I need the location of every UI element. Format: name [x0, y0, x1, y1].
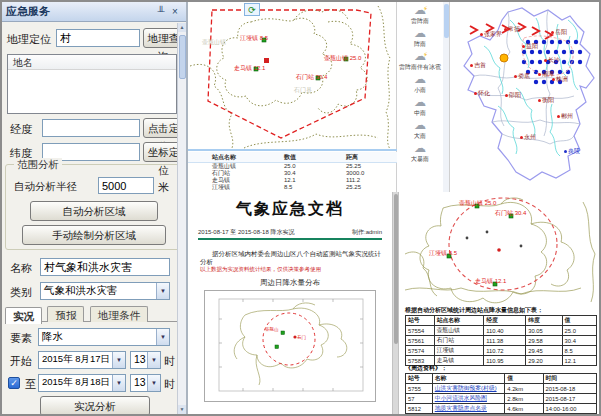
document-scrollbar[interactable]	[392, 192, 399, 416]
table-separator	[188, 149, 397, 151]
city-label: 怀化	[474, 90, 490, 96]
city-label: 永州	[520, 134, 536, 140]
table-row: 5812地质灾害隐患点名录4.6km14:00-16:00	[406, 404, 597, 414]
hour-unit-label: 时	[164, 354, 175, 369]
scrollbar-thumb[interactable]	[179, 35, 186, 79]
emergency-document-page2[interactable]: 壶瓶山镇 25.0石门站 30.4江垭镇 8.5走马镇 12.1 根据自动分析区…	[399, 192, 601, 416]
category-select[interactable]: 气象和洪水灾害 ▼	[40, 282, 170, 300]
station-label: 壶瓶山镇 25.0	[459, 200, 496, 207]
column-header: 站号	[406, 374, 433, 384]
document-date: 2015-08-17 至 2015-08-18 降水实况	[198, 228, 294, 238]
scroll-down-icon[interactable]: ▼	[178, 405, 186, 414]
emergency-document-page[interactable]: 气象应急文档 2015-08-17 至 2015-08-18 降水实况 制作:a…	[188, 192, 392, 416]
resources-table: 站号名称值时间5755山洪灾害防御预案(村级)4.2km2015-08-1857…	[405, 373, 597, 416]
column-header[interactable]: 数值	[284, 152, 346, 162]
table-cell: 30.05	[526, 326, 562, 336]
auto-analyze-area-button[interactable]: 自动分析区域	[30, 201, 158, 221]
station-label: 走马镇 12.1	[475, 278, 506, 285]
geo-input[interactable]	[56, 29, 140, 47]
table-cell[interactable]: 地质灾害隐患点名录	[432, 404, 505, 414]
city-label: 娄底	[514, 73, 530, 79]
column-header: 值	[562, 316, 596, 326]
legend-scrollbar[interactable]	[443, 2, 449, 192]
column-header[interactable]: 站点名称	[188, 152, 284, 162]
map-refresh-icon[interactable]: ⟳	[244, 3, 260, 16]
weather-legend-item: ☁∶∶∶∶大暴雨	[397, 141, 443, 163]
panel-titlebar[interactable]: 应急服务 ╨ ×	[2, 2, 186, 22]
geo-locate-label: 地理定位	[7, 32, 51, 47]
radius-unit: 米	[158, 180, 169, 195]
table-row[interactable]: 壶瓶山镇25.025.25	[188, 163, 397, 170]
end-date-picker[interactable]: 2015年 8月18日 ▼	[38, 374, 126, 392]
scrollbar-thumb[interactable]	[394, 194, 398, 344]
document-dateline: 2015-08-17 至 2015-08-18 降水实况 制作:admin	[198, 228, 382, 240]
start-label: 开始	[10, 354, 32, 369]
end-time-checkbox[interactable]: ✓	[8, 377, 20, 389]
city-label: 长沙	[544, 57, 560, 63]
table-cell[interactable]: 中小河流洪水风险图	[432, 394, 505, 404]
table-row[interactable]: 江垭镇8.525.25	[188, 184, 397, 191]
document-author: 制作:admin	[352, 228, 382, 238]
weather-legend-label: 雷阵雨伴有冰雹	[397, 64, 443, 71]
panel-title: 应急服务	[6, 4, 154, 19]
table-cell[interactable]: 山洪灾害防御预案(村级)	[432, 384, 505, 394]
table-row: 57中小河流洪水风险图2.8km2015-08-17	[406, 394, 597, 404]
resource-link[interactable]: 山洪灾害防御预案(村级)	[435, 385, 497, 391]
app-window: 应急服务 ╨ × 地理定位 地理查询 地名 经度 点击定位 纬度 坐标定位 范围…	[0, 0, 601, 416]
panel-scrollbar[interactable]: ▲ ▼	[177, 23, 186, 414]
place-list[interactable]: 地名	[7, 54, 177, 114]
run-analysis-button[interactable]: 实况分析	[40, 396, 150, 416]
weather-legend-item: ☁∶∶中雨	[397, 95, 443, 117]
table-row: 57574江垭镇110.7229.458.5	[406, 346, 597, 356]
analysis-circle-map: 壶瓶山镇 25.0石门站 30.4江垭镇 8.5走马镇 12.1	[403, 194, 599, 304]
tab-geo-condition[interactable]: 地理条件	[90, 306, 148, 322]
radius-input[interactable]	[98, 177, 154, 194]
manual-draw-area-button[interactable]: 手动绘制分析区域	[22, 225, 166, 245]
rainstorm-icon: ☁∶∶∶∶	[397, 141, 443, 156]
column-header[interactable]: 距离	[346, 152, 394, 162]
table-cell: 壶瓶山镇	[434, 326, 484, 336]
longitude-input[interactable]	[42, 119, 140, 137]
table-cell: 110.72	[484, 346, 526, 356]
close-icon[interactable]: ×	[168, 6, 182, 17]
svg-text:石门: 石门	[297, 334, 306, 340]
start-hour-picker[interactable]: 13 ▼	[130, 351, 161, 369]
station-label: 江垭镇 8.5	[240, 35, 268, 42]
scroll-up-icon[interactable]: ▲	[178, 23, 186, 32]
station-table[interactable]: 站点名称数值距离壶瓶山镇25.025.25石门站30.43000.0走马镇12.…	[188, 152, 397, 191]
hour-unit-label: 时	[164, 377, 175, 392]
element-select[interactable]: 降水 ▼	[38, 328, 170, 346]
weather-legend[interactable]: ☁⚡雷阵雨☁∶阵雨☁⚡雷阵雨伴有冰雹☁∶小雨☁∶∶中雨☁∶∶∶大雨☁∶∶∶∶大暴…	[397, 2, 450, 192]
resource-link[interactable]: 地质灾害隐患点名录	[435, 405, 487, 411]
tab-live[interactable]: 实况	[5, 307, 42, 324]
thunder-hail-icon: ☁⚡	[397, 49, 443, 64]
province-map[interactable]: 张家界常德岳阳吉首益阳长沙娄底湘潭株洲怀化邵阳衡阳郴州永州炎陵	[450, 2, 601, 192]
document-note: 以上数据为实况资料统计结果，仅供决策参考使用	[200, 266, 382, 273]
table-cell: 30.4	[562, 336, 596, 346]
tab-forecast[interactable]: 预报	[47, 306, 84, 322]
table-cell: 57574	[406, 346, 435, 356]
table-cell: 57554	[406, 326, 435, 336]
faint-label: 石门县	[294, 86, 312, 95]
table-row[interactable]: 石门站30.43000.0	[188, 170, 397, 177]
name-label: 名称	[10, 261, 32, 276]
table-row[interactable]: 走马镇12.1111.2	[188, 177, 397, 184]
table-cell: 江垭镇	[188, 184, 284, 191]
document-paragraph: 据分析区域内村委会周边山区八个自动监测站气象实况统计分析	[200, 250, 382, 266]
station-label: 江垭镇 8.5	[429, 250, 457, 257]
resource-link[interactable]: 中小河流洪水风险图	[435, 395, 487, 401]
table-cell: 12.1	[562, 356, 596, 366]
name-input[interactable]	[40, 258, 170, 276]
column-header: 时间	[543, 374, 597, 384]
analysis-map-canvas	[188, 2, 397, 149]
table-cell: 2015-08-17	[543, 394, 597, 404]
pin-icon[interactable]: ╨	[154, 6, 168, 17]
scrollbar-thumb[interactable]	[444, 4, 449, 38]
table-intro: 根据自动分析区域统计周边站点降水量信息如下表：	[405, 306, 599, 315]
end-hour-picker[interactable]: 13 ▼	[130, 374, 161, 392]
precip-chart-canvas: 壶瓶山石门	[205, 291, 375, 401]
start-date-picker[interactable]: 2015年 8月17日 ▼	[38, 351, 126, 369]
weather-legend-item: ☁⚡雷阵雨	[397, 3, 443, 25]
analysis-map[interactable]: ⟳ 江垭镇 8.5走马镇 12.1石门站 30.4壶瓶山镇 25.0 壶瓶山镇石…	[188, 2, 397, 192]
document-workspace: 气象应急文档 2015-08-17 至 2015-08-18 降水实况 制作:a…	[188, 192, 601, 416]
